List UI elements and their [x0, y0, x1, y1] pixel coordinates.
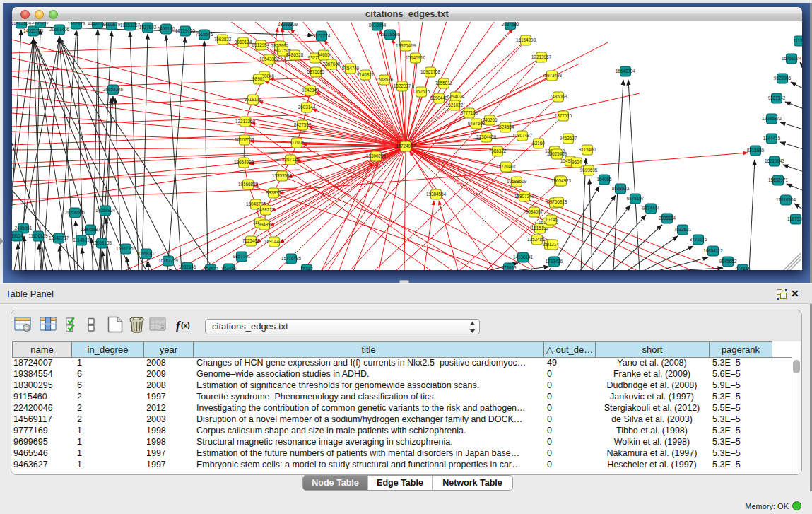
svg-text:10853257: 10853257 [120, 23, 141, 28]
svg-text:9474444: 9474444 [642, 206, 660, 211]
svg-text:873653: 873653 [501, 265, 517, 270]
svg-text:10958107: 10958107 [136, 251, 157, 256]
svg-text:18807249: 18807249 [514, 194, 535, 199]
svg-text:7485063: 7485063 [550, 94, 567, 99]
svg-text:15716485: 15716485 [281, 256, 302, 261]
svg-text:9329966: 9329966 [774, 76, 792, 81]
svg-text:1527602: 1527602 [139, 25, 157, 30]
svg-text:2367608: 2367608 [323, 62, 341, 66]
svg-text:14055713: 14055713 [23, 28, 44, 33]
svg-text:16154808: 16154808 [516, 37, 536, 42]
svg-text:884520: 884520 [203, 267, 218, 270]
svg-text:912445: 912445 [735, 267, 751, 270]
svg-text:15751074: 15751074 [782, 56, 802, 61]
svg-text:8454749: 8454749 [342, 66, 360, 71]
svg-text:2104247: 2104247 [32, 22, 49, 25]
svg-text:8990448: 8990448 [430, 95, 448, 100]
svg-text:1167534: 1167534 [787, 216, 802, 221]
svg-text:15720407: 15720407 [496, 164, 517, 169]
svg-text:5875685: 5875685 [307, 69, 325, 74]
svg-text:16648794: 16648794 [616, 69, 636, 74]
svg-text:16782759: 16782759 [158, 258, 179, 263]
svg-text:18724007: 18724007 [396, 144, 416, 148]
svg-text:7632621: 7632621 [674, 227, 692, 232]
svg-text:39154: 39154 [12, 233, 23, 238]
svg-text:1733426: 1733426 [546, 259, 563, 264]
svg-text:1377515: 1377515 [555, 113, 572, 118]
svg-text:2603144: 2603144 [298, 105, 316, 110]
svg-text:14136141: 14136141 [513, 255, 534, 259]
svg-text:9115460: 9115460 [579, 147, 596, 152]
svg-text:3624554: 3624554 [497, 124, 514, 129]
svg-text:9604: 9604 [572, 160, 582, 165]
svg-text:8486328: 8486328 [286, 52, 304, 57]
svg-text:10025453: 10025453 [547, 151, 567, 156]
svg-text:91214: 91214 [546, 242, 559, 247]
svg-text:15640910: 15640910 [406, 55, 426, 60]
svg-text:6879197: 6879197 [627, 196, 645, 201]
svg-text:8912954: 8912954 [252, 42, 270, 47]
svg-text:1322037: 1322037 [394, 83, 411, 88]
svg-text:10973493: 10973493 [542, 73, 563, 78]
svg-text:5498222: 5498222 [257, 207, 275, 212]
svg-text:10543382: 10543382 [259, 57, 280, 62]
svg-text:2718176: 2718176 [245, 97, 262, 102]
svg-text:11156829: 11156829 [28, 233, 48, 238]
svg-text:17016504: 17016504 [776, 197, 796, 202]
svg-text:1588520: 1588520 [376, 77, 394, 82]
svg-text:16033809: 16033809 [278, 22, 298, 27]
svg-text:10688609: 10688609 [507, 179, 527, 184]
svg-text:9242848: 9242848 [302, 88, 319, 93]
svg-text:18300295: 18300295 [366, 153, 387, 158]
svg-text:19654923: 19654923 [551, 178, 572, 183]
svg-text:1362615: 1362615 [413, 89, 430, 94]
svg-text:16961758: 16961758 [420, 69, 441, 74]
svg-text:1114519: 1114519 [73, 238, 90, 243]
svg-text:99489: 99489 [258, 222, 271, 227]
svg-text:10746: 10746 [545, 217, 558, 222]
svg-text:9756928: 9756928 [550, 199, 567, 204]
svg-text:7955812: 7955812 [435, 81, 453, 86]
svg-text:8813054: 8813054 [369, 23, 387, 28]
svg-text:9245652: 9245652 [719, 259, 737, 264]
svg-text:23975887: 23975887 [81, 227, 101, 232]
svg-text:26053346: 26053346 [103, 87, 124, 92]
svg-text:1244415: 1244415 [763, 136, 781, 141]
svg-text:10807487: 10807487 [512, 133, 533, 138]
svg-text:2435061: 2435061 [15, 226, 33, 230]
svg-text:8471676: 8471676 [690, 237, 707, 242]
svg-text:12942737: 12942737 [49, 235, 69, 240]
svg-text:19654908: 19654908 [234, 160, 254, 165]
svg-text:10719155: 10719155 [175, 28, 196, 33]
svg-text:6794024: 6794024 [447, 94, 465, 99]
svg-text:1621022: 1621022 [446, 103, 464, 107]
svg-text:9572274: 9572274 [313, 33, 331, 38]
svg-text:164095: 164095 [596, 177, 612, 182]
svg-text:13325419: 13325419 [396, 43, 416, 48]
svg-text:917006: 917006 [289, 140, 305, 145]
svg-text:(x): (x) [181, 321, 190, 329]
svg-text:13353594: 13353594 [272, 173, 293, 178]
svg-text:8427552: 8427552 [294, 122, 312, 127]
svg-text:746266: 746266 [482, 117, 498, 122]
svg-text:10107553: 10107553 [235, 137, 255, 142]
svg-text:7986322: 7986322 [489, 148, 507, 153]
svg-text:9227342: 9227342 [768, 95, 786, 100]
svg-text:8103679: 8103679 [103, 22, 121, 27]
svg-text:20206536: 20206536 [65, 210, 86, 215]
svg-text:54655: 54655 [317, 52, 330, 57]
svg-text:20691406: 20691406 [49, 27, 70, 32]
svg-text:62160: 62160 [532, 141, 545, 146]
svg-text:18413504: 18413504 [12, 22, 31, 25]
svg-text:76342: 76342 [300, 267, 313, 270]
svg-text:7663822: 7663822 [214, 37, 232, 42]
svg-text:19218506: 19218506 [380, 32, 401, 37]
svg-text:992450: 992450 [221, 266, 237, 270]
svg-text:9777169: 9777169 [461, 110, 478, 115]
svg-text:9463627: 9463627 [560, 136, 577, 141]
svg-text:98901: 98901 [252, 76, 265, 81]
svg-text:10654112: 10654112 [703, 248, 723, 253]
svg-text:21364436: 21364436 [476, 134, 497, 139]
svg-text:12095872: 12095872 [762, 116, 782, 121]
svg-text:9699695: 9699695 [580, 168, 598, 173]
